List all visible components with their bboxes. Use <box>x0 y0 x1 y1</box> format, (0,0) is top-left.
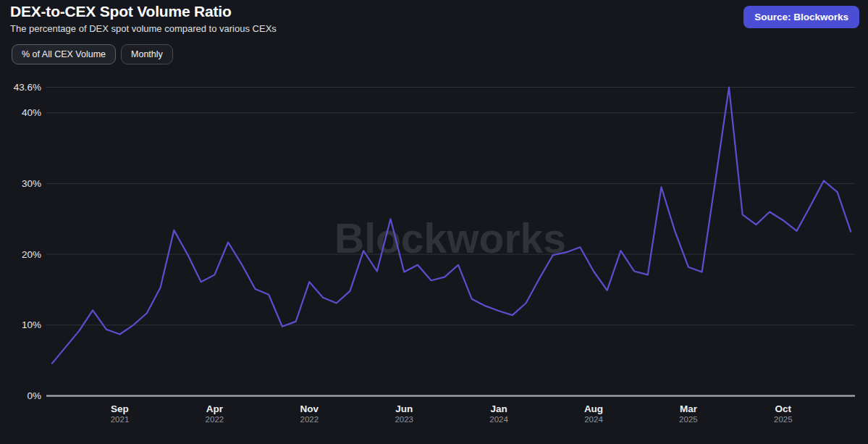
x-tick-month-label: Mar <box>680 403 698 414</box>
filter-pill-monthly[interactable]: Monthly <box>121 44 173 64</box>
y-tick-label: 10% <box>22 319 41 330</box>
x-tick-month-label: Apr <box>206 403 224 414</box>
y-tick-label: 20% <box>22 249 41 260</box>
filter-pill-cex-volume[interactable]: % of All CEX Volume <box>12 44 116 64</box>
y-tick-label: 40% <box>22 107 41 118</box>
x-tick-month-label: Oct <box>775 403 792 414</box>
chart-header: DEX-to-CEX Spot Volume Ratio The percent… <box>10 2 277 35</box>
y-tick-label: 43.6% <box>14 82 41 93</box>
chart-area: Blockworks0%10%20%30%40%43.6%Sep2021Apr2… <box>0 0 868 444</box>
x-tick-month-label: Nov <box>300 403 319 414</box>
y-tick-label: 30% <box>22 178 41 189</box>
x-tick-year-label: 2025 <box>774 415 793 424</box>
y-tick-label: 0% <box>27 390 41 401</box>
filter-pills: % of All CEX Volume Monthly <box>12 44 173 64</box>
page-subtitle: The percentage of DEX spot volume compar… <box>10 23 277 35</box>
x-tick-year-label: 2023 <box>395 415 413 424</box>
x-tick-year-label: 2025 <box>679 415 698 424</box>
x-tick-month-label: Jan <box>490 403 507 414</box>
x-tick-year-label: 2024 <box>489 415 508 424</box>
x-tick-year-label: 2022 <box>300 415 319 424</box>
x-tick-year-label: 2024 <box>584 415 603 424</box>
page-title: DEX-to-CEX Spot Volume Ratio <box>10 2 277 21</box>
x-tick-year-label: 2021 <box>111 415 130 424</box>
x-tick-year-label: 2022 <box>206 415 224 424</box>
ratio-line-chart[interactable]: Blockworks0%10%20%30%40%43.6%Sep2021Apr2… <box>0 0 868 444</box>
source-blockworks-button[interactable]: Source: Blockworks <box>743 6 859 28</box>
x-tick-month-label: Sep <box>111 403 129 414</box>
x-tick-month-label: Aug <box>584 403 603 414</box>
x-tick-month-label: Jun <box>395 403 413 414</box>
